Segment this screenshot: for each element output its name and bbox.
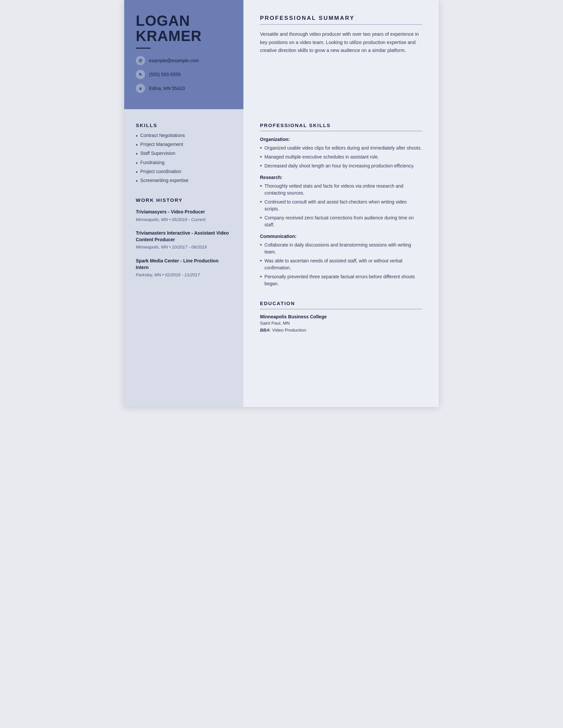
resume-page: LOGAN KRAMER @ example@example.com h (55…: [124, 0, 439, 407]
list-item: Continued to consult with and assist fac…: [260, 199, 422, 212]
list-item: Managed multiple executive schedules in …: [260, 154, 422, 160]
degree: BBA: Video Production: [260, 328, 422, 333]
last-name: KRAMER: [136, 28, 202, 44]
email-icon: @: [136, 56, 145, 65]
email-text: example@example.com: [149, 58, 199, 63]
phone-contact: h (555) 555-5555: [136, 70, 232, 79]
first-name: LOGAN: [136, 13, 190, 29]
name-block: LOGAN KRAMER: [136, 13, 232, 49]
list-item: Organized usable video clips for editors…: [260, 145, 422, 152]
work-item-1: Triviamasters Interactive - Assistant Vi…: [136, 230, 232, 250]
list-item: Decreased daily shoot length an hour by …: [260, 162, 422, 169]
list-item: Was able to ascertain needs of assisted …: [260, 257, 422, 271]
category-title-0: Organization:: [260, 137, 422, 142]
list-item: Collaborate in daily discussions and bra…: [260, 242, 422, 255]
job-title-0: Triviamasyers - Video Producer: [136, 209, 232, 215]
list-item: Fundraising: [136, 160, 232, 166]
address-icon: a: [136, 84, 145, 93]
list-item: Contract Negotiations: [136, 133, 232, 139]
work-history-section: WORK HISTORY Triviamasyers - Video Produ…: [136, 197, 232, 278]
header-right: PROFESSIONAL SUMMARY Versatile and thoro…: [243, 0, 439, 109]
org-bullets: Organized usable video clips for editors…: [260, 145, 422, 169]
skills-title: SKILLS: [136, 122, 232, 128]
work-item-0: Triviamasyers - Video Producer Minneapol…: [136, 209, 232, 223]
education-title: EDUCATION: [260, 300, 422, 309]
school-name: Minneapolis Business College: [260, 314, 422, 319]
education-section: EDUCATION Minneapolis Business College S…: [260, 300, 422, 333]
category-title-1: Research:: [260, 175, 422, 180]
skills-section: SKILLS Contract Negotiations Project Man…: [136, 122, 232, 184]
candidate-name: LOGAN KRAMER: [136, 13, 232, 44]
research-bullets: Thoroughly vetted stats and facts for vi…: [260, 183, 422, 228]
main-content: PROFESSIONAL SKILLS Organization: Organi…: [243, 109, 439, 407]
name-divider: [136, 48, 151, 49]
job-meta-2: Parksley, MN • 02/2016 - 11/2017: [136, 272, 232, 278]
list-item: Project coordination: [136, 169, 232, 175]
bottom-section: SKILLS Contract Negotiations Project Man…: [124, 109, 439, 407]
school-location: Saint Paul, MN: [260, 321, 422, 326]
professional-skills-section: PROFESSIONAL SKILLS Organization: Organi…: [260, 122, 422, 287]
email-contact: @ example@example.com: [136, 56, 232, 65]
comm-bullets: Collaborate in daily discussions and bra…: [260, 242, 422, 287]
degree-field: Video Production: [272, 328, 306, 333]
list-item: Project Management: [136, 142, 232, 148]
degree-label: BBA: [260, 328, 269, 333]
list-item: Personally prevented three separate fact…: [260, 273, 422, 287]
skills-list: Contract Negotiations Project Management…: [136, 133, 232, 184]
skill-category-organization: Organization: Organized usable video cli…: [260, 137, 422, 169]
job-title-2: Spark Media Center - Line Production Int…: [136, 258, 232, 271]
summary-text: Versatile and thorough video producer wi…: [260, 30, 422, 55]
top-section: LOGAN KRAMER @ example@example.com h (55…: [124, 0, 439, 109]
skill-category-research: Research: Thoroughly vetted stats and fa…: [260, 175, 422, 228]
work-history-title: WORK HISTORY: [136, 197, 232, 203]
job-meta-0: Minneapolis, MN • 05/2019 - Current: [136, 216, 232, 223]
prof-skills-title: PROFESSIONAL SKILLS: [260, 122, 422, 131]
list-item: Staff Supervision: [136, 151, 232, 157]
list-item: Company received zero factual correction…: [260, 214, 422, 228]
skill-category-communication: Communication: Collaborate in daily disc…: [260, 234, 422, 287]
sidebar: SKILLS Contract Negotiations Project Man…: [124, 109, 243, 407]
phone-text: (555) 555-5555: [149, 72, 181, 77]
list-item: Thoroughly vetted stats and facts for vi…: [260, 183, 422, 197]
work-item-2: Spark Media Center - Line Production Int…: [136, 258, 232, 278]
address-contact: a Edina, MN 55410: [136, 84, 232, 93]
header-left: LOGAN KRAMER @ example@example.com h (55…: [124, 0, 243, 109]
address-text: Edina, MN 55410: [149, 86, 185, 91]
phone-icon: h: [136, 70, 145, 79]
category-title-2: Communication:: [260, 234, 422, 239]
job-title-1: Triviamasters Interactive - Assistant Vi…: [136, 230, 232, 243]
list-item: Screenwriting expertise: [136, 178, 232, 184]
summary-title: PROFESSIONAL SUMMARY: [260, 15, 422, 25]
job-meta-1: Minneapolis, MN • 10/2017 - 06/2019: [136, 244, 232, 250]
